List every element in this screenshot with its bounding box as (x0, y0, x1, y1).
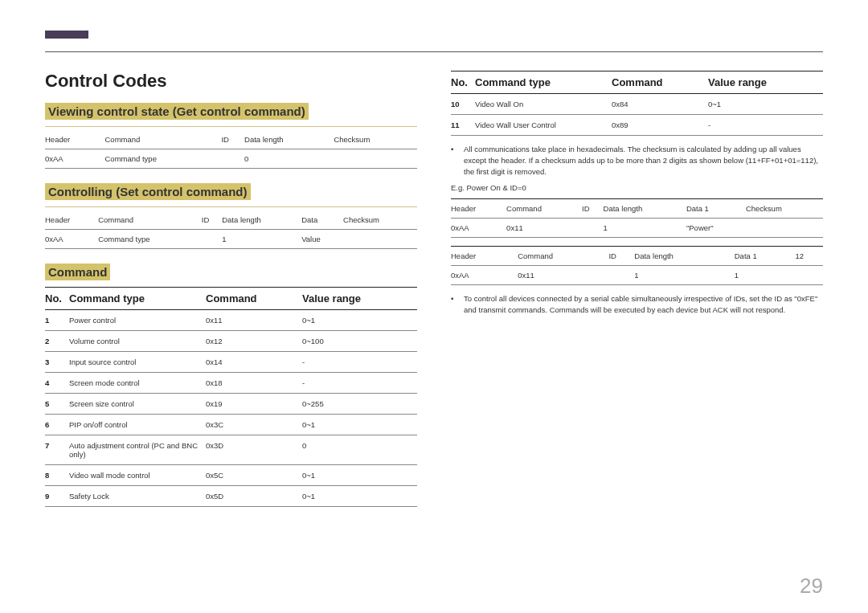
table-row: 6PIP on/off control0x3C0~1 (45, 415, 417, 435)
td-cmd: 0x3C (206, 415, 302, 435)
td-cmd: 0x19 (206, 394, 302, 415)
th-no: No. (45, 288, 69, 310)
left-column: Control Codes Viewing control state (Get… (45, 71, 417, 521)
td-range: 0 (302, 435, 417, 465)
td-range: - (302, 352, 417, 373)
td-range: 0~100 (302, 331, 417, 352)
td: 1 (634, 266, 734, 285)
command-table-left: No. Command type Command Value range 1Po… (45, 287, 417, 507)
th: Data length (244, 130, 334, 149)
td: 0xAA (45, 230, 98, 249)
td-no: 4 (45, 373, 69, 394)
hr (45, 206, 417, 207)
set-block: Controlling (Set control command) Header… (45, 183, 417, 249)
command-table-right: No. Command type Command Value range 10V… (451, 71, 823, 136)
td: 1 (604, 219, 686, 238)
td: "Power" (686, 219, 746, 238)
table-row: 2Volume control0x120~100 (45, 331, 417, 352)
th: Data 1 (686, 199, 746, 219)
heading-command: Command (45, 264, 110, 280)
td-range: 0~1 (302, 415, 417, 435)
top-rule (45, 51, 823, 52)
view-block: Viewing control state (Get control comma… (45, 103, 417, 169)
td-range: 0~1 (302, 310, 417, 331)
th-range: Value range (302, 288, 417, 310)
td-cmd: 0x5D (206, 486, 302, 507)
example-table-2: Header Command ID Data length Data 1 12 … (451, 246, 823, 285)
td: 0x11 (506, 219, 582, 238)
th: Command (506, 199, 582, 219)
note-text: All communications take place in hexadec… (464, 144, 823, 177)
td: 0x11 (518, 266, 608, 285)
td-type: Input source control (69, 352, 206, 373)
td-type: Screen mode control (69, 373, 206, 394)
td-cmd: 0x3D (206, 435, 302, 465)
example-table-1: Header Command ID Data length Data 1 Che… (451, 198, 823, 238)
td-no: 6 (45, 415, 69, 435)
td-no: 11 (451, 115, 475, 136)
table-row: 3Input source control0x14- (45, 352, 417, 373)
td (608, 266, 634, 285)
td-no: 8 (45, 465, 69, 486)
note-checksum: • All communications take place in hexad… (451, 144, 823, 177)
td-no: 3 (45, 352, 69, 373)
th-type: Command type (69, 288, 206, 310)
view-table: Header Command ID Data length Checksum 0… (45, 130, 417, 169)
td-type: Video wall mode control (69, 465, 206, 486)
table-row: 5Screen size control0x190~255 (45, 394, 417, 415)
note-broadcast: • To control all devices connected by a … (451, 293, 823, 316)
td: 0xAA (451, 266, 518, 285)
heading-view: Viewing control state (Get control comma… (45, 103, 309, 120)
table-row: 4Screen mode control0x18- (45, 373, 417, 394)
td-cmd: 0x84 (612, 94, 708, 115)
td (221, 149, 244, 169)
page-title: Control Codes (45, 71, 417, 92)
td-range: 0~1 (302, 486, 417, 507)
th: ID (608, 247, 634, 266)
th: Command (518, 247, 608, 266)
td-type: PIP on/off control (69, 415, 206, 435)
table-row: 10Video Wall On0x840~1 (451, 94, 823, 115)
th-no: No. (451, 72, 475, 94)
td-no: 1 (45, 310, 69, 331)
td-type: Volume control (69, 331, 206, 352)
td (202, 230, 222, 249)
td-no: 2 (45, 331, 69, 352)
td (343, 230, 417, 249)
th: Header (45, 210, 98, 230)
th-range: Value range (708, 72, 823, 94)
td (746, 219, 823, 238)
page: Control Codes Viewing control state (Get… (0, 0, 868, 613)
td-cmd: 0x18 (206, 373, 302, 394)
td (795, 266, 823, 285)
top-bar (45, 29, 823, 53)
th: Data length (634, 247, 734, 266)
th-cmd: Command (612, 72, 708, 94)
hr (45, 126, 417, 127)
table-row: 7Auto adjustment control (PC and BNC onl… (45, 435, 417, 465)
td-range: 0~255 (302, 394, 417, 415)
td: Command type (98, 230, 202, 249)
th: Command (98, 210, 202, 230)
command-block: Command No. Command type Command Value r… (45, 264, 417, 507)
td-range: 0~1 (302, 465, 417, 486)
set-table: Header Command ID Data length Data Check… (45, 210, 417, 249)
td-no: 7 (45, 435, 69, 465)
td: 1 (222, 230, 301, 249)
table-row: 1Power control0x110~1 (45, 310, 417, 331)
th: Data length (604, 199, 686, 219)
td-type: Video Wall On (475, 94, 612, 115)
heading-set: Controlling (Set control command) (45, 183, 251, 200)
th: Data (301, 210, 343, 230)
td: 1 (735, 266, 796, 285)
right-column: No. Command type Command Value range 10V… (451, 71, 823, 521)
td-cmd: 0x12 (206, 331, 302, 352)
th-cmd: Command (206, 288, 302, 310)
td: 0 (244, 149, 334, 169)
td-no: 9 (45, 486, 69, 507)
bullet-dot: • (451, 144, 464, 177)
td: Value (301, 230, 343, 249)
page-number: 29 (800, 574, 823, 599)
td-range: 0~1 (708, 94, 823, 115)
td-cmd: 0x11 (206, 310, 302, 331)
